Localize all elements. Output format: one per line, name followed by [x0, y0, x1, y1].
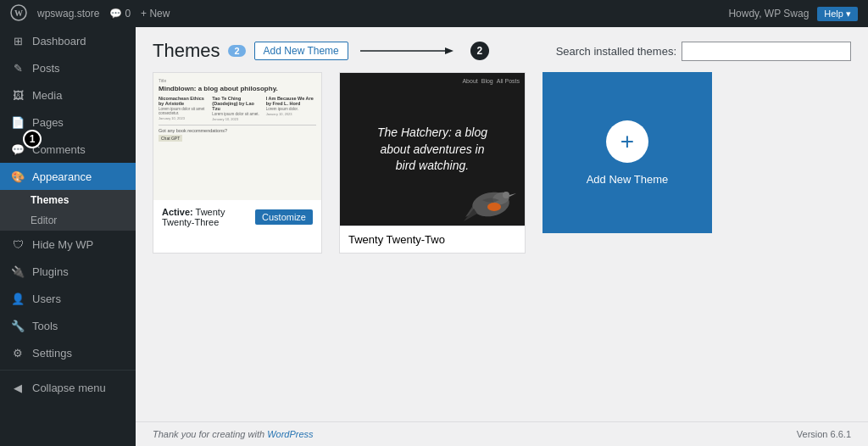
sidebar-item-posts[interactable]: ✎ Posts — [0, 54, 136, 81]
sidebar-subitem-themes[interactable]: Themes — [0, 190, 136, 210]
content-area: Themes 2 Add New Theme 2 Search installe… — [136, 27, 868, 446]
theme-preview-tt2: About Blog All Posts The Hatchery: a blo… — [340, 73, 525, 226]
sidebar-item-comments[interactable]: 💬 Comments — [0, 136, 136, 163]
arrow-annotation — [360, 42, 462, 59]
tools-icon: 🔧 — [10, 318, 25, 333]
annotation-badge-1: 1 — [23, 130, 42, 148]
sidebar-item-settings[interactable]: ⚙ Settings — [0, 339, 136, 366]
page-header: Themes 2 Add New Theme 2 Search installe… — [153, 40, 851, 62]
header-left: Themes 2 Add New Theme 2 — [153, 40, 489, 62]
version-text: Version 6.6.1 — [797, 429, 851, 439]
appearance-submenu: Themes Editor — [0, 190, 136, 231]
theme-card-tt2[interactable]: About Blog All Posts The Hatchery: a blo… — [339, 72, 526, 254]
tt3-blog-title: Mindblown: a blog about philosophy. — [159, 85, 316, 92]
svg-point-8 — [487, 203, 501, 211]
svg-marker-7 — [509, 193, 516, 197]
appearance-icon: 🎨 — [10, 169, 25, 184]
footer-text: Thank you for creating with WordPress — [153, 429, 314, 439]
svg-point-6 — [503, 192, 509, 198]
theme-card-tt3[interactable]: Title Mindblown: a blog about philosophy… — [153, 72, 322, 254]
tt3-top-label: Title — [159, 78, 316, 83]
collapse-icon: ◀ — [10, 380, 25, 395]
page-title: Themes — [153, 40, 220, 62]
sidebar-subitem-editor[interactable]: Editor — [0, 210, 136, 231]
tt2-nav: About Blog All Posts — [462, 78, 520, 84]
add-new-card-label: Add New Theme — [587, 173, 669, 186]
posts-icon: ✎ — [10, 60, 25, 75]
svg-marker-3 — [445, 47, 453, 54]
sidebar-item-media[interactable]: 🖼 Media — [0, 81, 136, 109]
add-new-circle-icon: + — [606, 120, 648, 163]
settings-icon: ⚙ — [10, 345, 25, 360]
admin-bar-left: W wpswag.store 💬 0 + New — [10, 4, 170, 24]
pages-icon: 📄 — [10, 114, 25, 130]
search-label: Search installed themes: — [556, 45, 676, 58]
new-button[interactable]: + New — [141, 8, 170, 20]
sidebar-item-users[interactable]: 👤 Users — [0, 285, 136, 312]
sidebar-item-appearance[interactable]: 🎨 Appearance — [0, 163, 136, 190]
plugins-icon: 🔌 — [10, 264, 25, 279]
annotation-badge-2: 2 — [470, 42, 489, 60]
theme-count-badge: 2 — [228, 45, 245, 57]
content-inner: Themes 2 Add New Theme 2 Search installe… — [136, 27, 868, 421]
sidebar-item-plugins[interactable]: 🔌 Plugins — [0, 258, 136, 285]
help-button[interactable]: Help ▾ — [817, 7, 858, 21]
sidebar-item-pages[interactable]: 📄 Pages — [0, 109, 136, 136]
comment-count[interactable]: 💬 0 — [109, 8, 131, 20]
users-icon: 👤 — [10, 291, 25, 306]
sidebar-item-hide-my-wp[interactable]: 🛡 Hide My WP — [0, 231, 136, 258]
add-new-theme-button[interactable]: Add New Theme — [254, 42, 348, 60]
content-footer: Thank you for creating with WordPress Ve… — [136, 421, 868, 446]
sidebar-item-collapse[interactable]: ◀ Collapse menu — [0, 374, 136, 401]
theme-active-label: Active: Twenty Twenty-Three — [162, 207, 255, 227]
customize-button[interactable]: Customize — [255, 209, 313, 225]
sidebar-item-dashboard[interactable]: ⊞ Dashboard — [0, 27, 136, 54]
media-icon: 🖼 — [10, 87, 25, 103]
wp-logo-icon[interactable]: W — [10, 4, 27, 24]
theme-preview-tt3: Title Mindblown: a blog about philosophy… — [153, 73, 321, 200]
site-name[interactable]: wpswag.store — [37, 8, 99, 20]
svg-text:W: W — [14, 8, 23, 18]
add-new-theme-card[interactable]: + Add New Theme — [542, 72, 712, 233]
theme-name-tt2: Twenty Twenty-Two — [340, 226, 525, 253]
admin-bar: W wpswag.store 💬 0 + New Howdy, WP Swag … — [0, 0, 868, 27]
sidebar: ⊞ Dashboard ✎ Posts 🖼 Media 📄 Pages 💬 Co… — [0, 27, 136, 446]
tt2-heading: The Hatchery: a blogabout adventures inb… — [369, 116, 496, 183]
sidebar-separator — [0, 370, 136, 371]
howdy-text: Howdy, WP Swag — [728, 8, 809, 20]
themes-grid: Title Mindblown: a blog about philosophy… — [153, 72, 851, 254]
main-layout: ⊞ Dashboard ✎ Posts 🖼 Media 📄 Pages 💬 Co… — [0, 27, 868, 446]
theme-footer-tt3: Active: Twenty Twenty-Three Customize — [153, 200, 321, 234]
admin-bar-right: Howdy, WP Swag Help ▾ — [728, 7, 858, 21]
sidebar-item-tools[interactable]: 🔧 Tools — [0, 312, 136, 339]
search-input[interactable] — [682, 42, 851, 61]
hide-my-wp-icon: 🛡 — [10, 237, 25, 252]
dashboard-icon: ⊞ — [10, 33, 25, 48]
wordpress-link[interactable]: WordPress — [267, 429, 313, 439]
header-right: Search installed themes: — [556, 42, 851, 61]
tt3-book-list: Nicomachean Ethics by Aristotle Lorem ip… — [159, 96, 316, 121]
